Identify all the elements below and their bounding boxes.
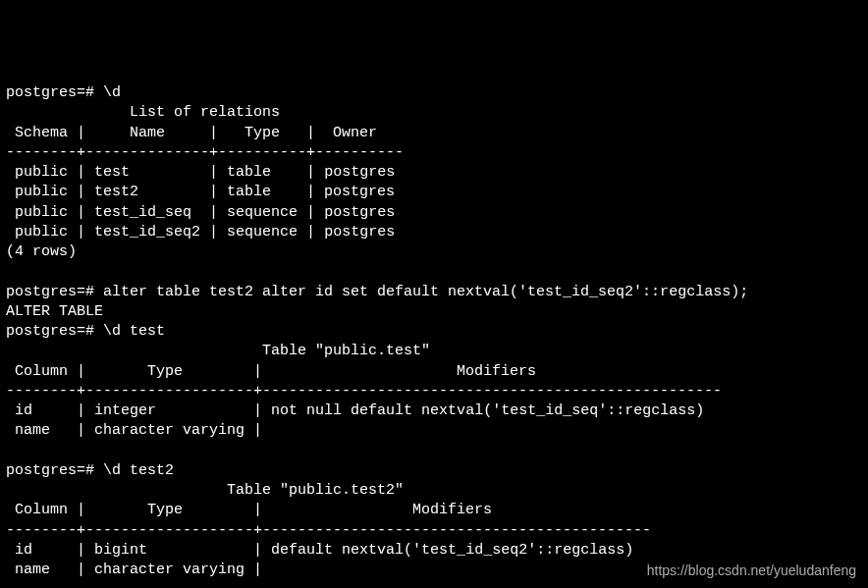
header-modifiers: Modifiers xyxy=(457,363,536,380)
table2-title: Table "public.test2" xyxy=(227,482,404,499)
table-row: integer xyxy=(94,402,156,419)
relation-row: sequence xyxy=(227,224,298,241)
table-row: default nextval('test_id_seq2'::regclass… xyxy=(271,542,633,559)
header-column: Column xyxy=(15,363,68,380)
prompt: postgres=# xyxy=(6,284,94,300)
table1-title: Table "public.test" xyxy=(262,343,430,359)
table-row: name xyxy=(15,561,50,578)
table-row: id xyxy=(15,542,32,559)
relation-row: public xyxy=(15,184,68,200)
table-row: bigint xyxy=(94,542,147,559)
table-row: id xyxy=(15,402,32,419)
relation-row: sequence xyxy=(227,204,298,221)
list-title: List of relations xyxy=(130,104,280,121)
header-modifiers: Modifiers xyxy=(412,502,492,518)
relation-row: public xyxy=(15,164,68,181)
header-type: Type xyxy=(147,502,183,518)
header-type: Type xyxy=(147,363,183,380)
relation-row: postgres xyxy=(324,184,395,200)
relation-row: postgres xyxy=(324,204,395,221)
alter-response: ALTER TABLE xyxy=(6,303,103,320)
prompt: postgres=# xyxy=(6,84,94,101)
terminal-output: postgres=# \d List of relations Schema |… xyxy=(6,83,862,580)
header-owner: Owner xyxy=(333,125,377,141)
table-row: not null default nextval('test_id_seq'::… xyxy=(271,402,704,419)
watermark-url: https://blog.csdn.net/yueludanfeng xyxy=(647,561,856,580)
header-type: Type xyxy=(244,125,280,141)
relation-row: postgres xyxy=(324,224,395,241)
table-row: character varying xyxy=(94,422,244,439)
row-count: (4 rows) xyxy=(6,243,77,260)
table-row: name xyxy=(15,422,50,439)
relation-row: table xyxy=(227,184,271,200)
relation-row: test xyxy=(94,164,130,181)
relation-row: postgres xyxy=(324,164,395,181)
command-d-test2: \d test2 xyxy=(103,462,174,479)
command-d: \d xyxy=(103,84,121,101)
relation-row: test_id_seq xyxy=(94,204,191,221)
relation-row: test2 xyxy=(94,184,138,200)
command-alter: alter table test2 alter id set default n… xyxy=(103,284,748,300)
relation-row: test_id_seq2 xyxy=(94,224,200,241)
relation-row: public xyxy=(15,204,68,221)
header-name: Name xyxy=(130,125,165,141)
prompt: postgres=# xyxy=(6,323,94,340)
header-schema: Schema xyxy=(15,125,68,141)
relation-row: public xyxy=(15,224,68,241)
table-row: character varying xyxy=(94,561,244,578)
header-column: Column xyxy=(15,502,68,518)
relation-row: table xyxy=(227,164,271,181)
command-d-test: \d test xyxy=(103,323,165,340)
prompt: postgres=# xyxy=(6,462,94,479)
